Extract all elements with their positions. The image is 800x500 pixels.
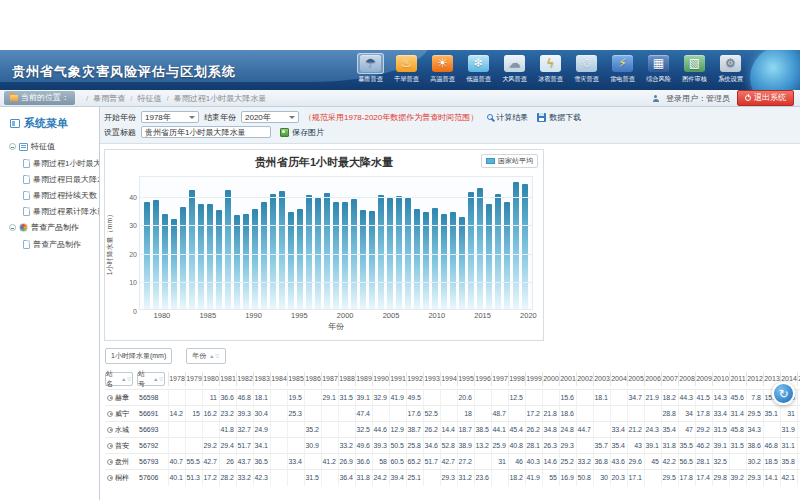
chart-title-input[interactable]: 贵州省历年1小时最大降水量 [141,126,271,138]
year-header-2007[interactable]: 2007 [661,372,678,386]
nav-item-gale-survey[interactable]: ☁大风普查 [499,53,530,84]
value-cell: 43.6 [610,454,627,470]
start-year-select[interactable]: 1978年 [141,111,199,123]
year-sort-control[interactable]: 年份 ▲▽ [186,348,226,364]
calculate-button[interactable]: 计算结果 [487,112,528,123]
value-cell: 51.7 [236,438,253,454]
value-cell: 11 [202,390,219,406]
content-area: 系统菜单 特征值暴雨过程1小时最大降水量暴雨过程日最大降水量暴雨过程持续天数暴雨… [0,107,800,500]
station-radio-icon[interactable] [107,427,113,433]
sidebar-item[interactable]: 暴雨过程1小时最大降水量 [0,155,99,171]
hail-survey-icon: ϟ [540,55,561,72]
year-header-2001[interactable]: 2001 [559,372,576,386]
year-header-1996[interactable]: 1996 [474,372,491,386]
year-header-2004[interactable]: 2004 [610,372,627,386]
year-header-1986[interactable]: 1986 [304,372,321,386]
sidebar-item[interactable]: 暴雨过程持续天数 [0,187,99,203]
nav-item-rainstorm-survey[interactable]: ☂暴雨普查 [355,53,386,84]
station-sort-header[interactable]: 站名▲▽ [105,372,133,386]
year-header-1982[interactable]: 1982 [236,372,253,386]
year-header-1995[interactable]: 1995 [457,372,474,386]
year-header-1981[interactable]: 1981 [219,372,236,386]
year-header-1993[interactable]: 1993 [423,372,440,386]
year-header-2009[interactable]: 2009 [695,372,712,386]
year-header-1994[interactable]: 1994 [440,372,457,386]
sidebar-item[interactable]: 暴雨过程累计降水量 [0,203,99,219]
nav-item-low-temp-survey[interactable]: ❄低温普查 [463,53,494,84]
year-header-2008[interactable]: 2008 [678,372,695,386]
bar-1980 [162,214,168,309]
bar-1995 [297,209,303,309]
nav-item-map-review[interactable]: ▧图件审核 [679,53,710,84]
year-header-1998[interactable]: 1998 [508,372,525,386]
year-header-2012[interactable]: 2012 [746,372,763,386]
sidebar-group-特征值[interactable]: 特征值 [0,138,99,155]
user-icon [652,95,659,102]
year-header-2011[interactable]: 2011 [729,372,746,386]
sidebar-item[interactable]: 暴雨过程日最大降水量 [0,171,99,187]
bar-1989 [243,214,249,309]
bar-1999 [333,202,339,309]
end-year-select[interactable]: 2020年 [241,111,299,123]
year-header-2000[interactable]: 2000 [542,372,559,386]
breadcrumb-item[interactable]: 特征值 [125,93,161,104]
year-header-1983[interactable]: 1983 [253,372,270,386]
tree-toggle-icon[interactable] [9,224,16,231]
breadcrumb-item[interactable]: 暴雨普查 [81,93,125,104]
value-cell: 34.6 [423,438,440,454]
nav-item-lightning-survey[interactable]: ⚡雷电普查 [607,53,638,84]
sidebar-group-普查产品制作[interactable]: 普查产品制作 [0,219,99,236]
year-header-2003[interactable]: 2003 [593,372,610,386]
value-cell: 45.6 [729,390,746,406]
value-cell: 45.8 [729,422,746,438]
nav-item-drought-survey[interactable]: ♨干旱普查 [391,53,422,84]
measure-selector[interactable]: 1小时降水量(mm) [105,348,172,364]
station-radio-icon[interactable] [107,395,113,401]
year-header-1978[interactable]: 1978 [168,372,185,386]
nav-item-system-settings[interactable]: ⚙系统设置 [715,53,746,84]
year-header-2006[interactable]: 2006 [644,372,661,386]
year-header-1987[interactable]: 1987 [321,372,338,386]
logout-button[interactable]: 退出系统 [737,90,794,106]
bar-2015 [477,188,483,309]
save-image-button[interactable]: 保存图片 [280,127,324,138]
value-cell [304,454,321,470]
year-header-1989[interactable]: 1989 [355,372,372,386]
value-cell: 14.3 [712,390,729,406]
station-radio-icon[interactable] [107,475,113,481]
chart-legend[interactable]: 国家站平均 [481,154,538,168]
year-header-2010[interactable]: 2010 [712,372,729,386]
year-header-2005[interactable]: 2005 [627,372,644,386]
value-cell: 33.2 [236,470,253,486]
data-download-button[interactable]: 数据下载 [537,112,581,123]
year-header-1990[interactable]: 1990 [372,372,389,386]
sidebar-item[interactable]: 普查产品制作 [0,236,99,252]
value-cell [270,406,287,422]
id-sort-header[interactable]: 站号▲▽ [137,372,165,386]
year-header-1979[interactable]: 1979 [185,372,202,386]
nav-item-snow-disaster-survey[interactable]: ☃雪灾普查 [571,53,602,84]
year-header-1984[interactable]: 1984 [270,372,287,386]
year-header-1985[interactable]: 1985 [287,372,304,386]
station-radio-icon[interactable] [107,459,113,465]
nav-item-composite-risk[interactable]: ▦综合风险 [643,53,674,84]
nav-item-hail-survey[interactable]: ϟ冰雹普查 [535,53,566,84]
year-header-1999[interactable]: 1999 [525,372,542,386]
value-cell [304,406,321,422]
station-radio-icon[interactable] [107,443,113,449]
floating-widget-icon[interactable]: ↻ [772,382,795,405]
year-header-2002[interactable]: 2002 [576,372,593,386]
year-header-1991[interactable]: 1991 [389,372,406,386]
nav-item-high-temp-survey[interactable]: ☀高温普查 [427,53,458,84]
year-header-1988[interactable]: 1988 [338,372,355,386]
value-cell: 17.2 [202,470,219,486]
year-header-1992[interactable]: 1992 [406,372,423,386]
tree-toggle-icon[interactable] [9,143,16,150]
value-cell: 52.5 [423,406,440,422]
x-axis-label: 年份 [129,321,543,332]
station-radio-icon[interactable] [107,411,113,417]
year-header-1997[interactable]: 1997 [491,372,508,386]
year-header-1980[interactable]: 1980 [202,372,219,386]
breadcrumb-item[interactable]: 暴雨过程1小时最大降水量 [161,93,266,104]
query-row-1: 开始年份 1978年 结束年份 2020年 （规范采用1978-2020年数据作… [104,110,796,124]
